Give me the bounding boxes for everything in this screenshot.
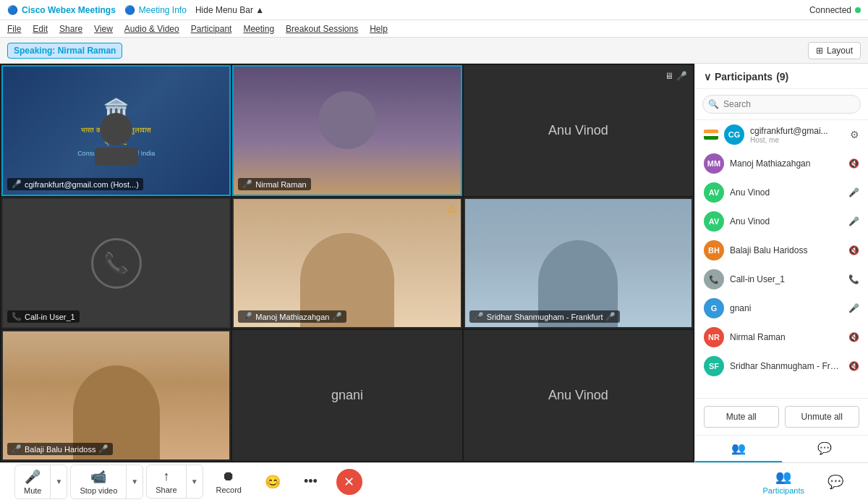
name-overlay-anu1: Anu Vinod — [548, 123, 608, 138]
menu-audio-video[interactable]: Audio & Video — [124, 24, 179, 34]
muted-sridhar: 🎤 — [605, 312, 616, 321]
muted-balaji: 🎤 — [98, 444, 109, 454]
mic-icon-sridhar: 🎤 — [474, 312, 484, 321]
video-cell-sridhar: 🎤 Sridhar Shanmugham - Frankfurt 🎤 — [464, 198, 693, 329]
name-overlay-gnani: gnani — [331, 388, 363, 403]
search-icon: 🔍 — [708, 99, 719, 109]
share-button[interactable]: ↑ Share — [147, 465, 186, 498]
unmute-all-button[interactable]: Unmute all — [785, 406, 860, 428]
participant-item-nr[interactable]: NR Nirmal Raman 🔇 — [695, 323, 868, 352]
share-caret[interactable]: ▼ — [187, 474, 203, 489]
speaking-indicator: Speaking: Nirmal Raman — [7, 43, 122, 59]
mic-icon-nr: 🔇 — [848, 332, 859, 342]
connection-status: Connected — [809, 5, 861, 15]
india-flag — [704, 130, 718, 140]
phone-icon-callin: 📞 — [12, 312, 22, 321]
cisco-icon: 🔵 — [7, 5, 18, 15]
search-input[interactable] — [702, 95, 861, 114]
avatar-av1: AV — [704, 182, 724, 203]
participants-toolbar-btn[interactable]: 👥 Participants — [753, 465, 814, 499]
participant-item-av2[interactable]: AV Anu Vinod 🎤 — [695, 207, 868, 236]
video-cell-nirmal: 🎤 Nirmal Raman — [232, 65, 461, 196]
participants-sidebar: ∨ Participants (9) 🔍 CG cgifrankfurt@gma… — [694, 64, 868, 462]
participant-item-host[interactable]: CG cgifrankfurt@gmai... Host, me ⚙ — [695, 120, 868, 149]
record-button[interactable]: ⏺ Record — [206, 465, 252, 498]
chat-toolbar-btn[interactable]: 💬 — [817, 470, 854, 493]
participant-sub-host: Host, me — [750, 136, 844, 144]
participants-tab-icon: 👥 — [699, 441, 778, 455]
participant-info-mm: Manoj Mathiazahgan — [730, 158, 843, 169]
avatar-bh: BH — [704, 240, 724, 260]
participant-name-host: cgifrankfurt@gmai... — [750, 126, 844, 136]
video-cell-balaji: 🎤 Balaji Balu Haridoss 🎤 — [1, 330, 231, 461]
mute-group: 🎤 Mute ▼ — [14, 465, 67, 499]
video-grid: 🏛️ भारत का प्रधान कौंसुलावास फ्रैंकफर्ट … — [0, 64, 694, 462]
video-label-balaji: 🎤 Balaji Balu Haridoss 🎤 — [7, 443, 113, 455]
avatar-callin: 📞 — [704, 269, 724, 289]
participant-name-av1: Anu Vinod — [730, 187, 843, 198]
menu-meeting[interactable]: Meeting — [243, 24, 274, 34]
participant-name-gnani: gnani — [730, 303, 843, 313]
video-cgi-content: 🏛️ भारत का प्रधान कौंसुलावास फ्रैंकफर्ट … — [3, 67, 229, 195]
video-label-callin: 📞 Call-in User_1 — [7, 310, 80, 323]
meeting-info-btn[interactable]: 🔵 Meeting Info — [124, 5, 187, 15]
sidebar-participants-label: Participants — [715, 71, 773, 82]
info-icon: 🔵 — [124, 5, 135, 15]
manoj-icons: ⚠ — [447, 203, 456, 215]
video-caret[interactable]: ▼ — [127, 474, 142, 489]
menu-help[interactable]: Help — [370, 24, 388, 34]
video-cell-anu2: Anu Vinod — [464, 330, 693, 461]
participant-info-callin: Call-in User_1 — [730, 274, 843, 284]
end-call-button[interactable]: ✕ — [336, 469, 362, 495]
anu1-icons: 🖥 🎤 — [665, 71, 687, 81]
hide-menubar-btn[interactable]: Hide Menu Bar ▲ — [195, 5, 264, 15]
participant-item-gnani[interactable]: G gnani 🎤 — [695, 294, 868, 323]
avatar-host: CG — [724, 124, 744, 145]
tab-chat[interactable]: 💬 — [782, 436, 869, 462]
participant-item-av1[interactable]: AV Anu Vinod 🎤 — [695, 178, 868, 207]
video-label-sridhar: 🎤 Sridhar Shanmugham - Frankfurt 🎤 — [469, 310, 621, 323]
video-group: 📹 Stop video ▼ — [70, 465, 143, 499]
menu-edit[interactable]: Edit — [33, 24, 48, 34]
sidebar-title-wrap: ∨ Participants (9) — [704, 71, 788, 82]
mic-icon-cgi: 🎤 — [12, 179, 22, 189]
participants-toolbar-icon: 👥 — [775, 469, 791, 485]
menu-file[interactable]: File — [7, 24, 21, 34]
menu-view[interactable]: View — [94, 24, 113, 34]
avatar-gnani: G — [704, 298, 724, 318]
participant-info-host: cgifrankfurt@gmai... Host, me — [750, 126, 844, 144]
mute-button[interactable]: 🎤 Mute — [15, 465, 51, 499]
participant-name-mm: Manoj Mathiazahgan — [730, 158, 843, 169]
layout-button[interactable]: ⊞ Layout — [808, 42, 861, 59]
chat-toolbar-icon: 💬 — [827, 474, 843, 490]
tab-participants[interactable]: 👥 — [695, 436, 782, 462]
muted-icon: 🎤 — [676, 71, 687, 81]
participant-item-bh[interactable]: BH Balaji Balu Haridoss 🔇 — [695, 236, 868, 265]
mute-caret[interactable]: ▼ — [51, 474, 67, 489]
reactions-button[interactable]: 😊 — [255, 470, 291, 493]
video-label-nirmal: 🎤 Nirmal Raman — [238, 178, 310, 190]
video-label-manoj: 🎤 Manoj Mathiazahgan 🎤 — [238, 310, 346, 323]
mic-icon-sf: 🔇 — [848, 361, 859, 371]
menu-participant[interactable]: Participant — [191, 24, 232, 34]
participant-info-av2: Anu Vinod — [730, 216, 843, 226]
sidebar-header: ∨ Participants (9) — [695, 64, 868, 89]
participant-item-callin[interactable]: 📞 Call-in User_1 📞 — [695, 265, 868, 294]
avatar-av2: AV — [704, 211, 724, 232]
menu-breakout[interactable]: Breakout Sessions — [286, 24, 358, 34]
mic-icon-av1: 🎤 — [848, 187, 859, 198]
stop-video-button[interactable]: 📹 Stop video — [71, 465, 127, 499]
mic-icon-mm: 🔇 — [848, 158, 859, 169]
reactions-icon: 😊 — [265, 474, 281, 490]
mute-all-button[interactable]: Mute all — [704, 406, 779, 428]
participant-item-mm[interactable]: MM Manoj Mathiazahgan 🔇 — [695, 149, 868, 178]
main-content: 🏛️ भारत का प्रधान कौंसुलावास फ्रैंकफर्ट … — [0, 64, 868, 462]
speaking-bar: Speaking: Nirmal Raman ⊞ Layout — [0, 38, 868, 64]
search-container: 🔍 — [695, 89, 868, 120]
menu-share[interactable]: Share — [59, 24, 82, 34]
more-options-button[interactable]: ••• — [294, 470, 328, 493]
participant-item-sf[interactable]: SF Sridhar Shanmugham - Frankfurt 🔇 — [695, 352, 868, 381]
warning-icon-manoj: ⚠ — [447, 203, 456, 215]
video-cell-callin: 📞 📞 Call-in User_1 — [1, 198, 231, 329]
mute-icon: 🎤 — [25, 469, 41, 485]
